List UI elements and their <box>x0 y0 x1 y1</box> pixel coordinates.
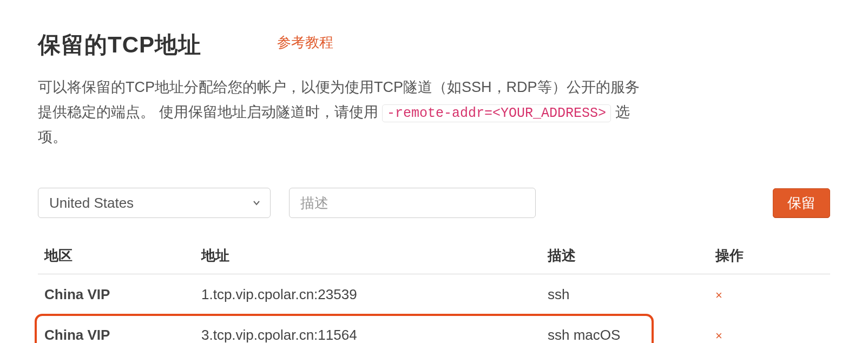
page-description: 可以将保留的TCP地址分配给您的帐户，以便为使用TCP隧道（如SSH，RDP等）… <box>38 75 644 150</box>
cell-address: 1.tcp.vip.cpolar.cn:23539 <box>195 274 541 315</box>
description-input[interactable] <box>289 188 536 218</box>
reserve-button[interactable]: 保留 <box>773 188 830 218</box>
inline-code-remote-addr: -remote-addr=<YOUR_ADDRESS> <box>382 104 611 122</box>
table-row: China VIP 3.tcp.vip.cpolar.cn:11564 ssh … <box>38 315 830 343</box>
reserve-form-row: United States 保留 <box>38 188 830 218</box>
reserved-addresses-table: 地区 地址 描述 操作 China VIP 1.tcp.vip.cpolar.c… <box>38 238 830 343</box>
region-select[interactable]: United States <box>38 188 271 218</box>
cell-region: China VIP <box>38 315 195 343</box>
region-select-wrap: United States <box>38 188 271 218</box>
col-header-description: 描述 <box>541 238 709 274</box>
cell-address: 3.tcp.vip.cpolar.cn:11564 <box>195 315 541 343</box>
tutorial-link[interactable]: 参考教程 <box>277 33 333 52</box>
col-header-region: 地区 <box>38 238 195 274</box>
delete-button[interactable]: × <box>715 329 722 343</box>
cell-description: ssh <box>541 274 709 315</box>
page-title: 保留的TCP地址 <box>38 30 201 60</box>
col-header-address: 地址 <box>195 238 541 274</box>
table-row: China VIP 1.tcp.vip.cpolar.cn:23539 ssh … <box>38 274 830 315</box>
cell-region: China VIP <box>38 274 195 315</box>
cell-description: ssh macOS <box>541 315 709 343</box>
delete-button[interactable]: × <box>715 288 722 302</box>
col-header-action: 操作 <box>709 238 830 274</box>
